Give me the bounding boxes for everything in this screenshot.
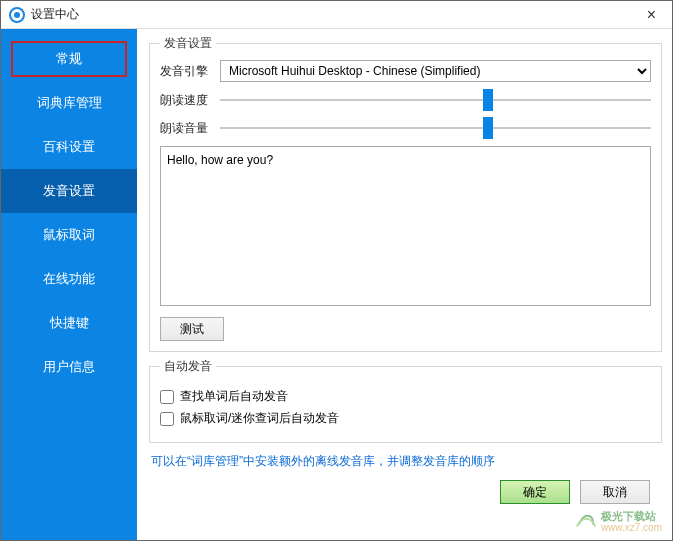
sidebar-item-encyclopedia[interactable]: 百科设置	[1, 125, 137, 169]
sidebar: 常规 词典库管理 百科设置 发音设置 鼠标取词 在线功能 快捷键 用户信息	[1, 29, 137, 540]
engine-select[interactable]: Microsoft Huihui Desktop - Chinese (Simp…	[220, 60, 651, 82]
close-icon[interactable]: ×	[639, 6, 664, 24]
auto-after-search-row: 查找单词后自动发音	[160, 388, 651, 405]
sidebar-item-user[interactable]: 用户信息	[1, 345, 137, 389]
sidebar-item-pronunciation[interactable]: 发音设置	[1, 169, 137, 213]
slider-track	[220, 99, 651, 101]
ok-button[interactable]: 确定	[500, 480, 570, 504]
speed-label: 朗读速度	[160, 92, 220, 109]
slider-track	[220, 127, 651, 129]
speed-slider[interactable]	[220, 90, 651, 110]
sidebar-item-general[interactable]: 常规	[11, 41, 127, 77]
engine-row: 发音引擎 Microsoft Huihui Desktop - Chinese …	[160, 60, 651, 82]
sidebar-item-online[interactable]: 在线功能	[1, 257, 137, 301]
sidebar-item-hotkey[interactable]: 快捷键	[1, 301, 137, 345]
checkbox-label: 鼠标取词/迷你查词后自动发音	[180, 410, 339, 427]
test-button[interactable]: 测试	[160, 317, 224, 341]
auto-legend: 自动发音	[160, 358, 216, 375]
sidebar-item-label: 百科设置	[43, 138, 95, 156]
checkbox-label: 查找单词后自动发音	[180, 388, 288, 405]
engine-label: 发音引擎	[160, 63, 220, 80]
volume-label: 朗读音量	[160, 120, 220, 137]
sidebar-item-label: 用户信息	[43, 358, 95, 376]
footer: 确定 取消	[149, 476, 662, 512]
sample-textarea[interactable]	[160, 146, 651, 306]
sidebar-item-label: 常规	[56, 50, 82, 68]
body: 常规 词典库管理 百科设置 发音设置 鼠标取词 在线功能 快捷键 用户信息 发音…	[1, 29, 672, 540]
titlebar: 设置中心 ×	[1, 1, 672, 29]
sidebar-item-label: 快捷键	[50, 314, 89, 332]
pronounce-fieldset: 发音设置 发音引擎 Microsoft Huihui Desktop - Chi…	[149, 35, 662, 352]
sidebar-item-label: 鼠标取词	[43, 226, 95, 244]
slider-thumb[interactable]	[483, 117, 493, 139]
volume-slider[interactable]	[220, 118, 651, 138]
auto-after-mouse-checkbox[interactable]	[160, 412, 174, 426]
slider-thumb[interactable]	[483, 89, 493, 111]
window-title: 设置中心	[31, 6, 79, 23]
settings-window: 设置中心 × 常规 词典库管理 百科设置 发音设置 鼠标取词 在线功能 快捷键 …	[0, 0, 673, 541]
volume-row: 朗读音量	[160, 118, 651, 138]
auto-after-search-checkbox[interactable]	[160, 390, 174, 404]
sidebar-item-label: 发音设置	[43, 182, 95, 200]
main-panel: 发音设置 发音引擎 Microsoft Huihui Desktop - Chi…	[137, 29, 672, 540]
auto-after-mouse-row: 鼠标取词/迷你查词后自动发音	[160, 410, 651, 427]
sidebar-item-label: 词典库管理	[37, 94, 102, 112]
hint-text: 可以在“词库管理”中安装额外的离线发音库，并调整发音库的顺序	[149, 453, 662, 470]
sidebar-item-mouse-pick[interactable]: 鼠标取词	[1, 213, 137, 257]
cancel-button[interactable]: 取消	[580, 480, 650, 504]
svg-point-1	[14, 12, 20, 18]
speed-row: 朗读速度	[160, 90, 651, 110]
app-icon	[9, 7, 25, 23]
auto-fieldset: 自动发音 查找单词后自动发音 鼠标取词/迷你查词后自动发音	[149, 358, 662, 443]
sidebar-item-dictionary[interactable]: 词典库管理	[1, 81, 137, 125]
pronounce-legend: 发音设置	[160, 35, 216, 52]
sidebar-item-label: 在线功能	[43, 270, 95, 288]
